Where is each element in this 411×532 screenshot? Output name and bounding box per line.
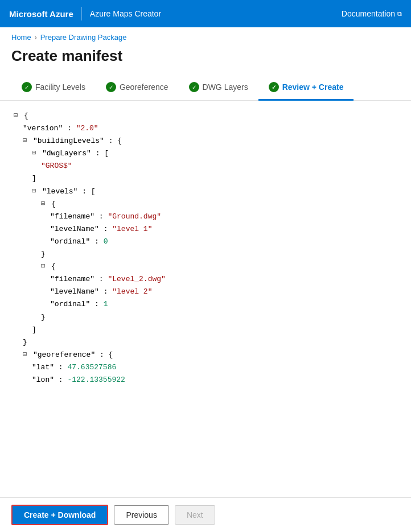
levelname1-value: "level 1"	[112, 223, 152, 236]
lat-value: 47.63527586	[67, 361, 116, 374]
navbar: Microsoft Azure Azure Maps Creator Docum…	[0, 0, 411, 27]
gros-value: "GROS$"	[41, 160, 72, 172]
levelname2-key: "levelName"	[50, 286, 99, 298]
version-value: "2.0"	[76, 122, 98, 135]
product-name: Azure Maps Creator	[90, 9, 161, 18]
step-review-create[interactable]: ✓ Review + Create	[258, 75, 354, 101]
collapse-levels[interactable]: ⊟	[32, 185, 40, 197]
step-check-icon: ✓	[269, 82, 279, 92]
step-facility-levels-label: Facility Levels	[35, 83, 85, 92]
collapse-dwglayers[interactable]: ⊟	[32, 147, 40, 159]
version-key: "version"	[23, 122, 63, 135]
filename2-value: "Level_2.dwg"	[108, 273, 165, 286]
ordinal2-value: 1	[104, 298, 108, 311]
ordinal1-value: 0	[104, 236, 108, 248]
collapse-root[interactable]: ⊟	[14, 110, 22, 121]
step-review-create-label: Review + Create	[282, 83, 344, 92]
georeference-key: "georeference"	[33, 349, 95, 361]
collapse-building-levels[interactable]: ⊟	[23, 135, 31, 146]
step-dwg-layers-label: DWG Layers	[203, 83, 248, 92]
breadcrumb-home[interactable]: Home	[11, 33, 31, 42]
collapse-level2[interactable]: ⊟	[41, 261, 49, 272]
step-georeference-label: Georeference	[120, 83, 168, 92]
page-title: Create manifest	[0, 45, 411, 75]
levels-key: "levels"	[42, 185, 77, 198]
step-check-icon: ✓	[106, 82, 116, 92]
create-download-button[interactable]: Create + Download	[11, 505, 108, 525]
breadcrumb: Home › Prepare Drawing Package	[0, 27, 411, 45]
step-facility-levels[interactable]: ✓ Facility Levels	[11, 75, 96, 101]
collapse-georeference[interactable]: ⊟	[23, 349, 31, 360]
levelname2-value: "level 2"	[112, 286, 152, 298]
breadcrumb-current: Prepare Drawing Package	[40, 33, 127, 42]
lon-key: "lon"	[32, 374, 54, 386]
json-content: ⊟ { "version" : "2.0" ⊟ "buildingLevels"…	[0, 101, 411, 499]
ordinal2-key: "ordinal"	[50, 298, 90, 311]
ordinal1-key: "ordinal"	[50, 236, 90, 248]
steps-bar: ✓ Facility Levels ✓ Georeference ✓ DWG L…	[0, 75, 411, 101]
levelname1-key: "levelName"	[50, 223, 99, 236]
brand-name: Microsoft Azure	[9, 9, 73, 19]
step-check-icon: ✓	[189, 82, 199, 92]
documentation-link[interactable]: Documentation ⧉	[342, 9, 402, 18]
previous-button[interactable]: Previous	[114, 505, 168, 525]
step-georeference[interactable]: ✓ Georeference	[96, 75, 179, 101]
filename1-key: "filename"	[50, 211, 94, 223]
lat-key: "lat"	[32, 361, 54, 374]
filename2-key: "filename"	[50, 273, 94, 286]
breadcrumb-separator: ›	[35, 34, 37, 42]
lon-value: -122.13355922	[67, 374, 125, 386]
step-dwg-layers[interactable]: ✓ DWG Layers	[179, 75, 258, 101]
next-button: Next	[175, 505, 215, 525]
step-check-icon: ✓	[22, 82, 32, 92]
collapse-level1[interactable]: ⊟	[41, 198, 49, 209]
filename1-value: "Ground.dwg"	[108, 211, 161, 223]
external-link-icon: ⧉	[397, 10, 402, 18]
navbar-divider	[81, 7, 82, 20]
dwglayers-key: "dwgLayers"	[42, 147, 91, 160]
footer: Create + Download Previous Next	[0, 497, 411, 532]
buildinglevels-key: "buildingLevels"	[33, 135, 104, 147]
